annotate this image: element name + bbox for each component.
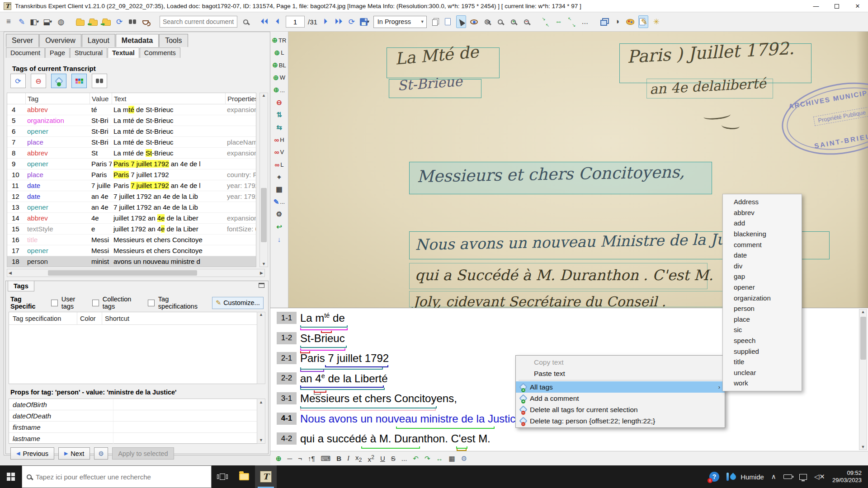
chevron-down-icon[interactable]: ▼ [49, 19, 53, 24]
table-row[interactable]: 14abbrev4e juillet 1792 an 4e de la Libe… [7, 213, 256, 224]
search-tags-button[interactable] [92, 74, 107, 88]
prop-field-value[interactable] [113, 399, 258, 410]
subtab-comments[interactable]: Comments [140, 47, 180, 58]
tag-editor-button[interactable] [51, 74, 66, 88]
transcript-line[interactable]: 2-2an 4e de la Liberté [277, 372, 388, 385]
add-textregion-icon[interactable]: ⊕TR [272, 35, 287, 45]
tag-menu-item-comment[interactable]: comment [723, 239, 802, 250]
undo-tool-icon[interactable]: ↩ [276, 222, 282, 232]
column-tag[interactable]: Tag [25, 93, 90, 104]
restore-panel-icon[interactable] [259, 283, 264, 288]
table-row[interactable]: 6openerSt-BriLa mté de St-Brieuc [7, 126, 256, 137]
transcript-line[interactable]: 1-2St-Brieuc [277, 332, 345, 345]
context-menu-item[interactable]: +All tags› [516, 381, 725, 393]
tag-spec-scrollbar[interactable]: ▲ [257, 312, 265, 384]
next-button[interactable]: ▶Next [58, 447, 90, 460]
maximize-button[interactable] [826, 0, 847, 12]
previous-page-icon[interactable]: ⏴ [273, 15, 283, 28]
open-folder-icon[interactable] [75, 15, 85, 28]
column-color[interactable]: Color [77, 312, 102, 324]
transcript-line[interactable]: 3-1Messieurs et chers Concitoyens, [277, 392, 457, 405]
tag-menu-item-div[interactable]: div [723, 261, 802, 272]
table-row[interactable]: 15textStylee juillet 1792 an 4e de la Li… [7, 224, 256, 235]
redo-icon[interactable]: ↷ [425, 455, 430, 463]
undo-icon[interactable]: ↶ [413, 455, 419, 463]
edit-options-icon[interactable]: ✎... [274, 197, 285, 207]
strikethrough-button[interactable]: S [391, 455, 396, 462]
prop-row[interactable]: dateOfBirth [9, 399, 258, 410]
start-button[interactable] [0, 465, 22, 488]
insert-break-icon[interactable]: ↑¶ [308, 455, 315, 462]
minimize-button[interactable]: — [806, 0, 826, 12]
table-row[interactable]: 8abbrevStLa mté de St-Brieucexpansion: S… [7, 148, 256, 159]
zoom-in-icon[interactable]: + [509, 15, 519, 28]
bold-button[interactable]: B [336, 455, 341, 462]
table-row[interactable]: 9openerParis 7Paris 7 juillet 1792 an 4e… [7, 159, 256, 169]
first-page-icon[interactable]: ⏴⏴ [259, 15, 269, 28]
tab-metadata[interactable]: Metadata [116, 34, 159, 47]
tags-panel-tab[interactable]: Tags [8, 281, 34, 291]
prop-field-value[interactable] [113, 422, 258, 432]
chevron-down-icon[interactable]: ▼ [36, 19, 40, 24]
line-text[interactable]: an 4e de la Liberté [300, 372, 388, 385]
add-line-icon[interactable]: ⊕L [274, 48, 284, 58]
prop-row[interactable]: lastname [9, 433, 258, 444]
layers-icon[interactable] [599, 15, 609, 28]
reload-icon[interactable]: ⟳ [114, 15, 124, 28]
table-row[interactable]: 4abbrevtéLa mté de St-Brieucexpansion: M… [7, 104, 256, 115]
tab-overview[interactable]: Overview [39, 34, 81, 47]
tag-menu-item-address[interactable]: Address [723, 197, 802, 207]
context-menu-item[interactable]: −Delete all tags for current selection [516, 404, 725, 415]
tag-colors-button[interactable] [71, 74, 87, 88]
tag-menu-item-abbrev[interactable]: abbrev [723, 207, 802, 218]
transcript-line[interactable]: 1-1La mté de [277, 312, 345, 324]
tag-menu-item-person[interactable]: person [723, 303, 802, 314]
column-properties[interactable]: Properties [225, 93, 256, 104]
help-notification-icon[interactable]: ? [709, 472, 719, 482]
line-text[interactable]: Messieurs et chers Concitoyens, [300, 392, 457, 405]
expand-line-icon[interactable]: ↔ [436, 455, 443, 462]
delete-tag-button[interactable]: ⊖ [31, 74, 46, 88]
remove-line-icon[interactable]: ─ [288, 455, 292, 462]
tag-menu-item-supplied[interactable]: supplied [723, 346, 802, 357]
tag-menu-item-opener[interactable]: opener [723, 282, 802, 293]
save-icon[interactable]: ▼ [360, 15, 370, 28]
task-view-button[interactable] [212, 465, 233, 488]
tab-tools[interactable]: Tools [159, 34, 188, 47]
taskbar-search-input[interactable] [36, 473, 198, 481]
apply-to-selected-button[interactable]: Apply to selected [112, 447, 174, 460]
tag-menu-item-add[interactable]: add [723, 218, 802, 229]
column-text[interactable]: Text [112, 93, 225, 104]
tag-menu-item-work[interactable]: work [723, 378, 802, 389]
transcript-scrollbar[interactable]: ▲▼ [859, 309, 867, 450]
settings-tool-icon[interactable]: ⚙ [276, 209, 282, 219]
zoom-out-icon[interactable]: − [522, 15, 532, 28]
user-tags-checkbox[interactable] [51, 300, 58, 306]
italic-button[interactable]: I [347, 455, 349, 462]
column-shortcut[interactable]: Shortcut [102, 312, 133, 324]
line-text[interactable]: La mté de [300, 312, 345, 324]
table-row[interactable]: 18personministavons un nouveau ministre … [7, 256, 256, 267]
edit-image-icon[interactable]: ✎ [638, 15, 648, 28]
refresh-page-icon[interactable]: ⟳ [347, 15, 357, 28]
subscript-button[interactable]: x2 [355, 454, 362, 463]
line-text[interactable]: qui a succédé à M. Duranthon. C'est M. [300, 432, 491, 445]
table-row[interactable]: 7placeSt-BriLa mté de St-BrieucplaceName… [7, 137, 256, 148]
line-text[interactable]: St-Brieuc [300, 332, 345, 345]
fit-width-icon[interactable]: ⇔ [554, 15, 564, 28]
subtab-document[interactable]: Document [6, 47, 45, 58]
props-scrollbar[interactable]: ▲▼ [257, 399, 265, 444]
tag-menu-item-sic[interactable]: sic [723, 324, 802, 335]
fit-window-icon[interactable] [541, 15, 551, 28]
contrast-icon[interactable]: ◑ [612, 15, 622, 28]
palette-icon[interactable] [625, 15, 635, 28]
tag-menu-item-unclear[interactable]: unclear [723, 367, 802, 378]
add-baseline-icon[interactable]: ⊕BL [272, 60, 286, 70]
tag-menu-item-speech[interactable]: speech [723, 335, 802, 346]
tray-chevron-icon[interactable]: ∧ [771, 473, 776, 481]
more-format-button[interactable]: ... [401, 455, 407, 462]
split-vertical-icon[interactable]: ∞V [274, 147, 284, 157]
context-menu-item[interactable]: −Delete tag: person {offset:22; length:2… [516, 415, 725, 427]
add-line-icon[interactable]: ⊕ [276, 455, 282, 463]
subtab-page[interactable]: Page [45, 47, 70, 58]
